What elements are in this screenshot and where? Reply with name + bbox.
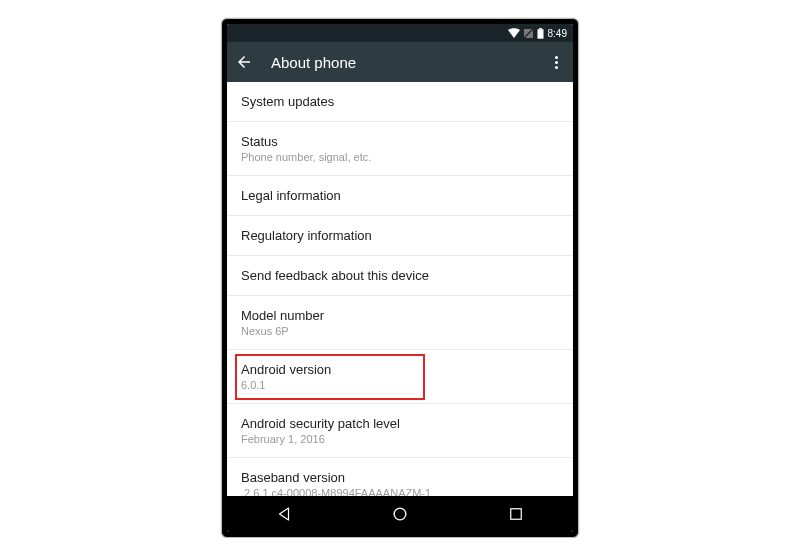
phone-frame: 8:49 About phone System updates Status P… bbox=[221, 18, 579, 538]
item-primary: System updates bbox=[241, 94, 559, 109]
nav-back-icon[interactable] bbox=[275, 505, 293, 523]
item-system-updates[interactable]: System updates bbox=[227, 82, 573, 122]
item-primary: Legal information bbox=[241, 188, 559, 203]
page-title: About phone bbox=[271, 54, 356, 71]
svg-rect-3 bbox=[537, 29, 543, 39]
item-send-feedback[interactable]: Send feedback about this device bbox=[227, 256, 573, 296]
nav-recent-icon[interactable] bbox=[507, 505, 525, 523]
svg-point-4 bbox=[394, 508, 406, 520]
item-status[interactable]: Status Phone number, signal, etc. bbox=[227, 122, 573, 176]
item-secondary: February 1, 2016 bbox=[241, 433, 559, 445]
svg-rect-5 bbox=[510, 509, 521, 520]
status-bar: 8:49 bbox=[227, 24, 573, 42]
item-primary: Baseband version bbox=[241, 470, 559, 485]
item-primary: Android security patch level bbox=[241, 416, 559, 431]
screen: 8:49 About phone System updates Status P… bbox=[227, 24, 573, 532]
item-primary: Send feedback about this device bbox=[241, 268, 559, 283]
overflow-menu-icon[interactable] bbox=[547, 56, 565, 69]
item-legal-information[interactable]: Legal information bbox=[227, 176, 573, 216]
item-model-number[interactable]: Model number Nexus 6P bbox=[227, 296, 573, 350]
item-primary: Status bbox=[241, 134, 559, 149]
nav-bar bbox=[227, 496, 573, 532]
item-secondary: 6.0.1 bbox=[241, 379, 559, 391]
item-baseband-version[interactable]: Baseband version .2.6.1.c4-00008-M8994FA… bbox=[227, 458, 573, 496]
item-primary: Android version bbox=[241, 362, 559, 377]
back-icon[interactable] bbox=[235, 53, 253, 71]
item-secondary: .2.6.1.c4-00008-M8994FAAAANAZM-1 bbox=[241, 487, 559, 496]
wifi-icon bbox=[508, 28, 520, 38]
item-android-version[interactable]: Android version 6.0.1 bbox=[227, 350, 573, 404]
item-regulatory-information[interactable]: Regulatory information bbox=[227, 216, 573, 256]
settings-list: System updates Status Phone number, sign… bbox=[227, 82, 573, 496]
status-time: 8:49 bbox=[548, 28, 567, 39]
item-primary: Model number bbox=[241, 308, 559, 323]
nav-home-icon[interactable] bbox=[390, 504, 410, 524]
svg-rect-2 bbox=[539, 28, 542, 29]
battery-icon bbox=[537, 28, 544, 39]
signal-off-icon bbox=[524, 29, 533, 38]
item-secondary: Phone number, signal, etc. bbox=[241, 151, 559, 163]
app-bar: About phone bbox=[227, 42, 573, 82]
item-security-patch-level[interactable]: Android security patch level February 1,… bbox=[227, 404, 573, 458]
item-secondary: Nexus 6P bbox=[241, 325, 559, 337]
item-primary: Regulatory information bbox=[241, 228, 559, 243]
